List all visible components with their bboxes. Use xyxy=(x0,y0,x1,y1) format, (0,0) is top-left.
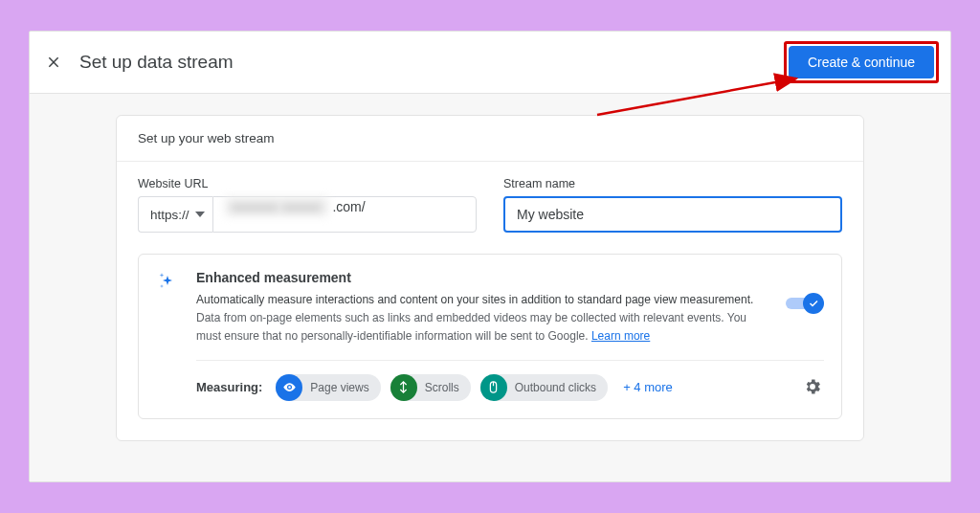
chip-outbound: Outbound clicks xyxy=(480,374,608,401)
enhanced-description: Automatically measure interactions and c… xyxy=(196,291,767,346)
website-url-label: Website URL xyxy=(138,177,477,190)
enhanced-measurement-card: Enhanced measurement Automatically measu… xyxy=(138,254,842,419)
titlebar: Set up data stream Create & continue xyxy=(30,32,950,94)
stream-name-label: Stream name xyxy=(503,177,842,190)
gear-icon[interactable] xyxy=(803,377,824,398)
url-redacted: xxxxxx xxxxx xyxy=(225,197,329,216)
chip-label: Scrolls xyxy=(425,381,459,394)
sparkle-icon xyxy=(156,270,181,401)
mouse-icon xyxy=(480,374,507,401)
stream-name-input[interactable] xyxy=(503,196,842,233)
svg-point-0 xyxy=(288,386,291,389)
url-suffix: .com/ xyxy=(332,199,365,214)
annotation-highlight: Create & continue xyxy=(784,41,939,83)
protocol-value: https:// xyxy=(150,208,189,222)
divider xyxy=(196,360,824,361)
measuring-label: Measuring: xyxy=(196,380,262,394)
chip-scrolls: Scrolls xyxy=(390,374,471,401)
chip-label: Page views xyxy=(310,381,368,394)
close-icon[interactable] xyxy=(43,52,64,73)
setup-data-stream-panel: Set up data stream Create & continue Set… xyxy=(29,31,951,482)
scroll-icon xyxy=(390,374,417,401)
more-chips-link[interactable]: + 4 more xyxy=(623,380,673,394)
enhanced-title: Enhanced measurement xyxy=(196,270,824,285)
card-heading: Set up your web stream xyxy=(117,116,863,162)
check-icon xyxy=(808,298,819,309)
learn-more-link[interactable]: Learn more xyxy=(591,329,650,343)
panel-title: Set up data stream xyxy=(79,52,234,73)
website-url-field: Website URL https:// xxxxxx xxxxx .com/ xyxy=(138,177,477,233)
measuring-row: Measuring: Page views xyxy=(196,374,824,401)
stream-name-field: Stream name xyxy=(503,177,842,233)
protocol-select[interactable]: https:// xyxy=(138,196,212,233)
create-continue-button[interactable]: Create & continue xyxy=(789,46,934,78)
chip-label: Outbound clicks xyxy=(515,381,596,394)
enhanced-toggle[interactable] xyxy=(786,293,824,314)
panel-body: Set up your web stream Website URL https… xyxy=(30,94,950,481)
chip-page-views: Page views xyxy=(276,374,380,401)
chevron-down-icon xyxy=(195,212,205,217)
eye-icon xyxy=(276,374,302,401)
web-stream-card: Set up your web stream Website URL https… xyxy=(116,115,864,441)
website-url-input[interactable]: xxxxxx xxxxx .com/ xyxy=(212,196,477,233)
